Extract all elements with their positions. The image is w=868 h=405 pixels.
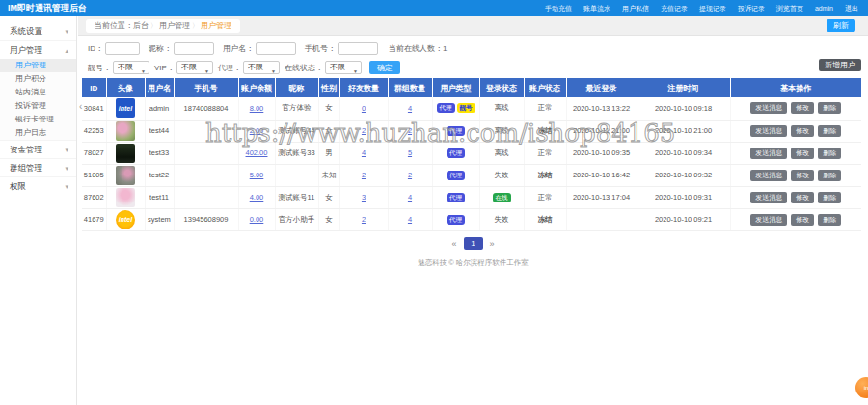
- cell-actions: 发送消息修改删除: [730, 142, 861, 164]
- col-header-0: ID: [82, 78, 106, 97]
- cell-avatar: intel: [106, 208, 145, 230]
- sidebar-item-1-0[interactable]: 用户管理: [0, 59, 76, 72]
- filter-input-nickname[interactable]: [174, 42, 214, 55]
- groups-link[interactable]: 2: [408, 171, 412, 179]
- cell-gender: 女: [318, 97, 339, 120]
- delete-button[interactable]: 删除: [818, 148, 841, 159]
- col-header-14: 基本操作: [730, 78, 861, 97]
- cell-id: 30841: [82, 97, 106, 120]
- nav-item-4[interactable]: 提现记录: [699, 4, 726, 14]
- table-row: 41679intelsystem139456089090.00官方小助手女24代…: [82, 208, 861, 230]
- nav-item-0[interactable]: 手动充值: [545, 4, 572, 14]
- add-user-button[interactable]: 新增用户: [819, 59, 861, 71]
- delete-button[interactable]: 删除: [818, 102, 841, 114]
- delete-button[interactable]: 删除: [818, 125, 841, 137]
- cell-gender: 未知: [318, 164, 339, 186]
- edit-button[interactable]: 修改: [791, 192, 814, 203]
- edit-button[interactable]: 修改: [791, 125, 814, 137]
- sidebar-collapse-icon[interactable]: ‹: [79, 102, 82, 112]
- cell-phone: 18740088804: [174, 97, 238, 120]
- filter-select-vip[interactable]: 不限▼: [176, 61, 213, 74]
- cell-friends: 3: [339, 186, 388, 208]
- nav-item-2[interactable]: 用户私信: [622, 4, 649, 14]
- friends-link[interactable]: 2: [362, 171, 366, 179]
- edit-button[interactable]: 修改: [791, 170, 814, 181]
- friends-link[interactable]: 4: [362, 148, 366, 157]
- groups-link[interactable]: 5: [408, 148, 412, 157]
- filter-input-id[interactable]: [105, 42, 140, 55]
- breadcrumb-item-2[interactable]: 用户管理: [201, 21, 231, 30]
- cell-username: test22: [145, 164, 174, 186]
- balance-link[interactable]: 0.00: [250, 215, 264, 224]
- groups-link[interactable]: 4: [408, 215, 412, 224]
- nav-item-8[interactable]: 退出: [845, 4, 858, 14]
- send-message-button[interactable]: 发送消息: [750, 102, 787, 114]
- sidebar-group-2[interactable]: 资金管理▾: [0, 140, 76, 158]
- filter-input-phone[interactable]: [338, 42, 378, 55]
- filter-select-lianghao[interactable]: 不限▼: [113, 61, 149, 74]
- submit-filter-button[interactable]: 确定: [369, 61, 400, 74]
- sidebar-item-1-4[interactable]: 银行卡管理: [0, 113, 76, 126]
- cell-account-status: 正常: [524, 186, 566, 208]
- chevron-up-icon: ▴: [65, 41, 68, 60]
- avatar: [116, 122, 135, 141]
- edit-button[interactable]: 修改: [791, 148, 814, 159]
- delete-button[interactable]: 删除: [818, 170, 841, 181]
- friends-link[interactable]: 3: [362, 193, 366, 202]
- send-message-button[interactable]: 发送消息: [750, 125, 787, 137]
- filter-select-online-status[interactable]: 不限▼: [325, 61, 362, 74]
- filter-select-agent[interactable]: 不限▼: [243, 61, 280, 74]
- cell-user-type: 代理: [432, 208, 479, 230]
- edit-button[interactable]: 修改: [791, 214, 814, 226]
- sidebar-group-4[interactable]: 权限▾: [0, 176, 76, 195]
- user-type-badge: 代理: [447, 148, 465, 158]
- nav-item-5[interactable]: 投诉记录: [738, 4, 765, 14]
- nav-item-1[interactable]: 账单流水: [583, 4, 610, 14]
- col-header-8: 群组数量: [388, 78, 432, 97]
- user-type-badge: 代理: [437, 103, 455, 113]
- breadcrumb-item-1[interactable]: 用户管理: [159, 21, 190, 30]
- sidebar-item-1-5[interactable]: 用户日志: [0, 126, 76, 140]
- breadcrumb-item-0[interactable]: 后台: [133, 21, 149, 30]
- col-header-7: 好友数量: [339, 78, 388, 97]
- balance-link[interactable]: 4.00: [250, 193, 264, 202]
- delete-button[interactable]: 删除: [818, 214, 841, 226]
- sidebar-item-1-2[interactable]: 站内消息: [0, 86, 76, 99]
- next-page-icon[interactable]: »: [490, 239, 495, 249]
- friends-link[interactable]: 0: [362, 104, 366, 113]
- cell-actions: 发送消息修改删除: [730, 120, 861, 142]
- send-message-button[interactable]: 发送消息: [750, 214, 787, 226]
- avatar: intel: [116, 210, 135, 230]
- filter-input-username[interactable]: [256, 42, 296, 55]
- balance-link[interactable]: 8.00: [250, 104, 264, 113]
- filter-label-agent: 代理：: [218, 63, 241, 73]
- groups-link[interactable]: 4: [408, 104, 412, 113]
- filter-label-online-status: 在线状态：: [285, 63, 323, 73]
- user-type-badge: 代理: [447, 193, 465, 202]
- current-page[interactable]: 1: [464, 237, 483, 250]
- cell-account-status: 冻结: [524, 208, 566, 230]
- nav-item-3[interactable]: 充值记录: [661, 4, 688, 14]
- sidebar-item-1-1[interactable]: 用户积分: [0, 72, 76, 86]
- sidebar-item-1-3[interactable]: 投诉管理: [0, 99, 76, 113]
- nav-item-6[interactable]: 浏览首页: [776, 4, 803, 14]
- send-message-button[interactable]: 发送消息: [750, 148, 787, 159]
- edit-button[interactable]: 修改: [791, 102, 814, 114]
- online-count-label: 当前在线人数：1: [389, 43, 447, 54]
- sidebar-group-0[interactable]: 系统设置▾: [0, 22, 76, 40]
- send-message-button[interactable]: 发送消息: [750, 170, 787, 181]
- chevron-down-icon: ▼: [271, 66, 276, 77]
- friends-link[interactable]: 2: [362, 215, 366, 224]
- col-header-1: 头像: [106, 78, 145, 97]
- sidebar-group-3[interactable]: 群组管理▾: [0, 158, 76, 176]
- balance-link[interactable]: 5.00: [250, 171, 264, 179]
- sidebar-group-1[interactable]: 用户管理▴: [0, 40, 76, 59]
- delete-button[interactable]: 删除: [818, 192, 841, 203]
- nav-item-7[interactable]: admin: [815, 5, 833, 12]
- refresh-button[interactable]: 刷新: [827, 19, 855, 32]
- filter-label-phone: 手机号：: [305, 43, 336, 54]
- groups-link[interactable]: 4: [408, 193, 412, 202]
- balance-link[interactable]: 402.00: [246, 148, 268, 157]
- send-message-button[interactable]: 发送消息: [750, 192, 787, 203]
- prev-page-icon[interactable]: «: [451, 239, 456, 249]
